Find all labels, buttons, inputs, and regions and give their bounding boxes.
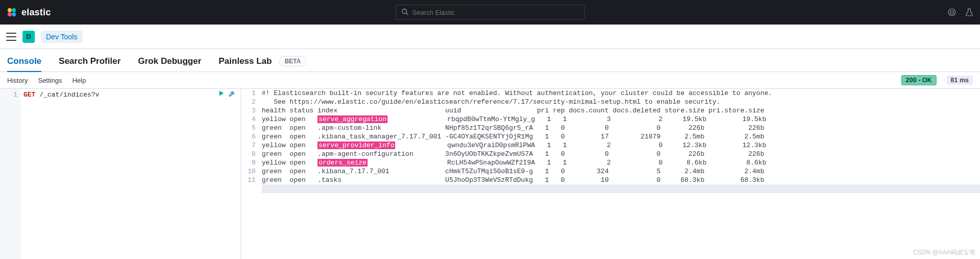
response-line: yellow open serve_provider_info qwndu3eV… (262, 141, 980, 150)
global-search[interactable] (396, 5, 585, 20)
response-line: green open .apm-agent-configuration 3n6O… (262, 150, 980, 158)
tab-grok-debugger[interactable]: Grok Debugger (138, 56, 201, 72)
brand-logo[interactable]: elastic (6, 7, 51, 18)
request-editor[interactable]: 1 GET /_cat/indices?v (0, 89, 241, 259)
help-link[interactable]: Help (72, 77, 86, 84)
res-line-no: 1 (241, 89, 256, 98)
app-bar: D Dev Tools (0, 25, 980, 49)
console-toolbar: History Settings Help 200 - OK 81 ms (0, 72, 980, 89)
breadcrumb-devtools[interactable]: Dev Tools (41, 31, 82, 43)
response-body: #! Elasticsearch built-in security featu… (241, 89, 980, 193)
response-line: green open .kibana_task_manager_7.17.7_0… (262, 132, 980, 141)
history-link[interactable]: History (7, 77, 28, 84)
global-search-input[interactable] (413, 9, 579, 16)
response-viewer[interactable]: 1234567891011 #! Elasticsearch built-in … (241, 89, 980, 259)
header-right (947, 8, 974, 17)
tab-search-profiler[interactable]: Search Profiler (59, 56, 121, 72)
request-actions (218, 90, 236, 101)
response-line: green open .apm-custom-link NHpf85z1T2qr… (262, 124, 980, 132)
tab-painless-lab[interactable]: Painless Lab (219, 56, 272, 72)
res-line-no: 10 (241, 167, 256, 176)
res-line-no: 3 (241, 106, 256, 115)
response-line (262, 184, 980, 193)
response-line: #! Elasticsearch built-in security featu… (262, 89, 980, 98)
svg-point-4 (402, 9, 406, 13)
devtools-tabs: Console Search Profiler Grok Debugger Pa… (0, 49, 980, 72)
svg-point-7 (950, 11, 953, 14)
request-path: /_cat/indices?v (39, 91, 99, 99)
global-header: elastic (0, 0, 980, 25)
brand-text: elastic (21, 7, 51, 18)
response-line: green open .tasks U5JhoOp3T3WeVSzRTdDukg… (262, 176, 980, 184)
response-line: yellow open orders_seize RcLH54wPSnapOow… (262, 158, 980, 167)
svg-point-2 (8, 12, 12, 16)
res-line-no: 11 (241, 176, 256, 184)
response-gutter: 1234567891011 (241, 89, 259, 184)
newsfeed-icon[interactable] (947, 8, 956, 17)
space-avatar[interactable]: D (22, 31, 35, 43)
response-line: health status index uuid pri rep docs.co… (262, 106, 980, 115)
beta-badge: BETA (279, 56, 307, 66)
res-line-no: 6 (241, 132, 256, 141)
res-line-no: 5 (241, 124, 256, 132)
res-line-no: 7 (241, 141, 256, 150)
settings-link[interactable]: Settings (38, 77, 62, 84)
play-icon[interactable] (218, 90, 224, 101)
response-line: See https://www.elastic.co/guide/en/elas… (262, 98, 980, 106)
search-icon (401, 8, 408, 17)
console-editors: 1 GET /_cat/indices?v 1234567891011 #! E… (0, 89, 980, 259)
svg-point-0 (8, 8, 12, 12)
response-line: yellow open serve_aggregation rbqpdB0wTt… (262, 115, 980, 124)
request-body[interactable]: GET /_cat/indices?v (0, 89, 241, 100)
response-line: green open .kibana_7.17.7_001 cHmkT5ZuTM… (262, 167, 980, 176)
res-line-no: 8 (241, 150, 256, 158)
res-line-no: 4 (241, 115, 256, 124)
watermark-text: CSDN @AAA码农宝哥. (913, 248, 977, 257)
response-time-badge: 81 ms (947, 76, 973, 85)
svg-point-3 (12, 12, 16, 16)
svg-point-6 (948, 9, 955, 16)
res-line-no: 2 (241, 98, 256, 106)
nav-toggle-icon[interactable] (6, 33, 16, 41)
request-method: GET (24, 91, 35, 99)
labs-icon[interactable] (965, 8, 974, 17)
res-line-no: 9 (241, 158, 256, 167)
elastic-logo-icon (6, 7, 17, 18)
req-line-no: 1 (0, 90, 17, 100)
tab-console[interactable]: Console (7, 56, 41, 72)
svg-line-5 (406, 13, 408, 15)
svg-point-1 (12, 8, 16, 12)
response-status-badge: 200 - OK (901, 75, 937, 85)
request-gutter: 1 (0, 89, 20, 259)
wrench-icon[interactable] (229, 90, 236, 101)
